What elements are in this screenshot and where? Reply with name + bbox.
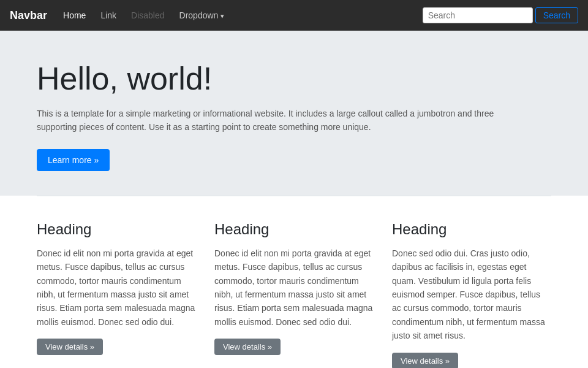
cards-row: Heading Donec id elit non mi porta gravi… (37, 221, 551, 368)
main-content: Heading Donec id elit non mi porta gravi… (0, 196, 588, 368)
card-3-view-details-button[interactable]: View details » (392, 353, 458, 368)
card-3-heading: Heading (392, 221, 551, 238)
card-3-body: Donec sed odio dui. Cras justo odio, dap… (392, 247, 551, 343)
dropdown-caret-icon (221, 10, 224, 20)
navbar-search: Search (423, 7, 578, 23)
card-2-body: Donec id elit non mi porta gravida at eg… (214, 247, 374, 329)
learn-more-button[interactable]: Learn more » (37, 149, 110, 171)
jumbotron-title: Hello, world! (37, 60, 551, 97)
nav-link-disabled: Disabled (125, 7, 170, 24)
jumbotron-description: This is a template for a simple marketin… (37, 107, 514, 134)
search-button[interactable]: Search (535, 7, 578, 23)
card-2-heading: Heading (214, 221, 374, 238)
nav-links: Home Link Disabled Dropdown (57, 7, 423, 24)
nav-dropdown[interactable]: Dropdown (173, 7, 231, 24)
card-1-view-details-button[interactable]: View details » (37, 339, 103, 355)
card-1: Heading Donec id elit non mi porta gravi… (37, 221, 196, 368)
nav-link-home[interactable]: Home (57, 7, 92, 24)
navbar: Navbar Home Link Disabled Dropdown Searc… (0, 0, 588, 31)
search-input[interactable] (423, 7, 533, 23)
card-2: Heading Donec id elit non mi porta gravi… (214, 221, 374, 368)
nav-dropdown-label: Dropdown (179, 10, 219, 20)
nav-link-link[interactable]: Link (94, 7, 123, 24)
card-3: Heading Donec sed odio dui. Cras justo o… (392, 221, 551, 368)
card-1-body: Donec id elit non mi porta gravida at eg… (37, 247, 196, 329)
card-2-view-details-button[interactable]: View details » (214, 339, 281, 355)
navbar-brand: Navbar (10, 9, 47, 22)
jumbotron: Hello, world! This is a template for a s… (0, 31, 588, 196)
card-1-heading: Heading (37, 221, 196, 238)
